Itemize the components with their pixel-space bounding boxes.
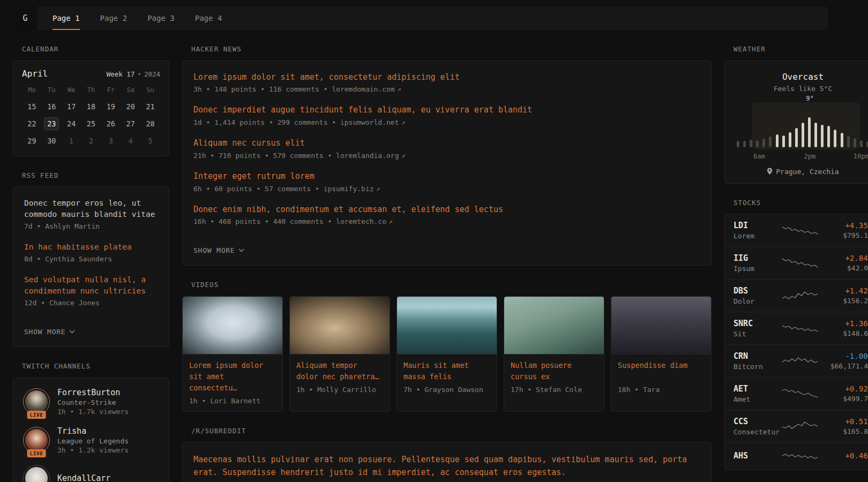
calendar-section-title: CALENDAR (13, 46, 169, 53)
rss-item-meta: 12d • Chance Jones (24, 299, 158, 307)
hn-item-title[interactable]: Integer eget rutrum lorem (193, 171, 700, 183)
location-pin-icon (767, 168, 773, 175)
videos-scroll-row[interactable]: Lorem ipsum dolor sit amet consectetu… 1… (182, 296, 712, 412)
calendar-day-next-month: 1 (62, 134, 81, 147)
hn-item-title[interactable]: Aliquam nec cursus elit (193, 138, 700, 149)
rss-show-more-button[interactable]: SHOW MORE (24, 328, 75, 336)
video-thumbnail[interactable] (611, 297, 711, 355)
stock-row: AHS +0.46% (725, 442, 868, 470)
daylight-highlight (752, 102, 860, 149)
calendar-day: 22 (22, 117, 42, 130)
video-title[interactable]: Lorem ipsum dolor sit amet consectetu… (189, 360, 276, 394)
stock-change: +2.84% (824, 254, 868, 262)
stock-ticker: CRN (734, 351, 781, 361)
rss-widget: RSS FEED Donec tempor eros leo, ut commo… (13, 172, 169, 348)
stocks-section-title: STOCKS (724, 200, 868, 207)
reddit-post-title[interactable]: Maecenas mollis pulvinar erat non posuer… (193, 453, 700, 479)
stock-ticker: CCS (734, 417, 781, 426)
hn-item-title[interactable]: Lorem ipsum dolor sit amet, consectetur … (193, 72, 700, 84)
hn-item: Aliquam nec cursus elit 21h • 710 points… (193, 138, 700, 160)
stock-price: $499.72 (824, 395, 868, 403)
video-meta: 1h • Lori Barnett (189, 397, 276, 405)
calendar-day-next-month: 3 (101, 134, 121, 147)
calendar-day: 27 (121, 117, 140, 130)
video-title[interactable]: Mauris sit amet massa felis (403, 360, 490, 382)
twitch-channel-name[interactable]: KendallCarr (57, 473, 110, 482)
calendar-day: 25 (81, 117, 101, 130)
calendar-day: 24 (62, 117, 81, 130)
chevron-down-icon (238, 248, 244, 252)
app-logo[interactable]: G (13, 6, 38, 30)
rss-item-meta: 8d • Cynthia Saunders (24, 255, 158, 263)
stock-price: $148.64 (824, 329, 868, 337)
video-title[interactable]: Nullam posuere cursus ex (511, 360, 597, 382)
tab-page-3[interactable]: Page 3 (147, 6, 175, 30)
stock-sparkline (781, 321, 819, 335)
rss-item-title[interactable]: Donec tempor eros leo, ut commodo mauris… (24, 198, 158, 220)
stock-row: IIG Ipsum +2.84% $42.04 (725, 246, 868, 279)
twitch-channel-row[interactable]: LIVE ForrestBurton Counter-Strike 1h • 1… (13, 382, 169, 421)
live-badge: LIVE (27, 411, 46, 419)
tab-page-4[interactable]: Page 4 (195, 6, 222, 30)
video-thumbnail[interactable] (183, 297, 282, 355)
rss-item-title[interactable]: In hac habitasse platea (24, 242, 158, 253)
hn-item-title[interactable]: Donec enim nibh, condimentum et accumsan… (193, 204, 700, 216)
rss-item-title[interactable]: Sed volutpat nulla nisl, a condimentum n… (24, 274, 158, 297)
external-link-icon: ↗ (376, 185, 380, 193)
hn-item: Donec imperdiet augue tincidunt felis al… (193, 104, 700, 126)
calendar-day: 15 (22, 100, 42, 113)
middle-column: HACKER NEWS Lorem ipsum dolor sit amet, … (182, 46, 712, 482)
stock-sparkline (781, 256, 819, 270)
stock-ticker: AHS (734, 451, 781, 461)
left-column: CALENDAR April Week 17•2024 Mo Tu We Th … (13, 46, 169, 482)
rss-item: Sed volutpat nulla nisl, a condimentum n… (24, 274, 158, 307)
video-meta: 17h • Stefan Cole (511, 386, 597, 394)
twitch-channel-name[interactable]: Trisha (57, 426, 129, 436)
stock-change: +0.92% (824, 385, 868, 393)
calendar-day: 16 (42, 100, 62, 113)
video-thumbnail[interactable] (290, 297, 390, 355)
tab-page-1[interactable]: Page 1 (53, 6, 80, 30)
subreddit-widget: /R/SUBREDDIT Maecenas mollis pulvinar er… (182, 428, 712, 482)
twitch-avatar: LIVE (23, 427, 50, 454)
stocks-card: LDI Lorem +4.35% $795.18 IIG Ipsum (724, 214, 868, 470)
calendar-grid: Mo Tu We Th Fr Sa Su 15 16 17 18 19 20 2… (22, 86, 160, 147)
calendar-day-today: 23 (44, 117, 59, 130)
stocks-widget: STOCKS LDI Lorem +4.35% $795.18 (724, 200, 868, 471)
stock-row: SNRC Sit +1.36% $148.64 (725, 312, 868, 344)
twitch-channel-game: Counter-Strike (57, 398, 129, 406)
stock-name: Sit (734, 330, 781, 338)
stock-name: Consectetur (734, 428, 781, 436)
calendar-day: 29 (22, 134, 42, 147)
stock-row: CRN Bitcorn -1.00% $66,171.48 (725, 344, 868, 377)
twitch-channel-row[interactable]: LIVE Trisha League of Legends 3h • 1.2k … (13, 421, 169, 460)
hackernews-show-more-button[interactable]: SHOW MORE (193, 246, 244, 254)
dot-separator: • (137, 70, 141, 78)
stock-change: +1.36% (824, 319, 868, 328)
stock-name: Dolor (734, 297, 781, 305)
video-card: Suspendisse diam 18h • Tara (611, 296, 712, 412)
video-meta: 18h • Tara (618, 386, 705, 394)
stock-name: Bitcorn (734, 363, 781, 371)
video-title[interactable]: Suspendisse diam (618, 360, 705, 382)
calendar-day-next-month: 4 (121, 134, 140, 147)
stock-sparkline (781, 354, 819, 368)
video-title[interactable]: Aliquam tempor dolor nec pharetra… (296, 360, 383, 382)
page-tabs: Page 1 Page 2 Page 3 Page 4 (38, 6, 222, 30)
twitch-channel-row[interactable]: KendallCarr (13, 460, 169, 482)
hn-item: Integer eget rutrum lorem 6h • 60 points… (193, 171, 700, 193)
twitch-channel-name[interactable]: ForrestBurton (57, 388, 129, 397)
twitch-card: LIVE ForrestBurton Counter-Strike 1h • 1… (13, 378, 169, 482)
video-thumbnail[interactable] (397, 297, 497, 355)
weekday-header: Tu (42, 86, 62, 94)
weekday-header: Mo (22, 86, 42, 94)
hn-item-title[interactable]: Donec imperdiet augue tincidunt felis al… (193, 104, 700, 116)
stock-price: $165.84 (824, 427, 868, 435)
stock-row: AET Amet +0.92% $499.72 (725, 377, 868, 410)
stock-ticker: SNRC (734, 319, 781, 328)
tab-page-2[interactable]: Page 2 (100, 6, 128, 30)
stock-sparkline (781, 387, 819, 401)
video-thumbnail[interactable] (504, 297, 604, 355)
hn-item-meta: 6h • 60 points • 57 comments • ipsumify.… (193, 185, 700, 193)
calendar-day: 28 (140, 117, 160, 130)
